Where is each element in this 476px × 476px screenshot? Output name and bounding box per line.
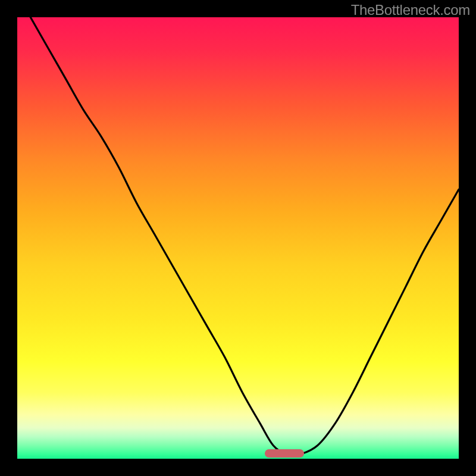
bottleneck-curve (30, 17, 459, 455)
plot-area (17, 17, 459, 459)
optimal-marker (265, 449, 305, 458)
watermark-text: TheBottleneck.com (351, 2, 470, 18)
chart-container: TheBottleneck.com (0, 0, 476, 476)
curve-layer (17, 17, 459, 459)
